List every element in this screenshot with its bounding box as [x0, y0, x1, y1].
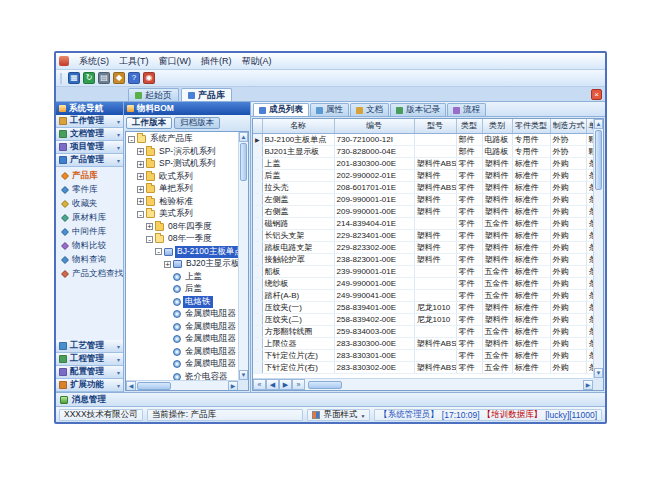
nav-item[interactable]: 中间件库: [56, 225, 123, 239]
expand-toggle-icon[interactable]: +: [137, 186, 144, 193]
column-header[interactable]: 零件类型: [512, 119, 550, 133]
tree-horizontal-scrollbar[interactable]: [126, 380, 238, 390]
tree-node[interactable]: -08年一季度: [126, 233, 238, 246]
tree-node[interactable]: +BJ20主显示板: [126, 258, 238, 271]
prev-record-button[interactable]: [266, 379, 279, 390]
table-row[interactable]: BJ201主显示板730-828000-04E部件电路板专用件外协颗: [253, 145, 593, 157]
refresh-icon[interactable]: ↻: [83, 72, 95, 84]
nav-group-button[interactable]: 文档管理▾: [56, 128, 123, 141]
table-row[interactable]: ▶BJ-2100主板单点730-721000-12I部件电路板专用件外协颗: [253, 133, 593, 145]
tree-node[interactable]: -美式系列: [126, 208, 238, 221]
settings-icon[interactable]: ◆: [113, 72, 125, 84]
bom-version-tab[interactable]: 归档版本: [174, 117, 220, 129]
tree-node-label[interactable]: 08年四季度: [166, 221, 213, 233]
column-header[interactable]: 型号: [414, 119, 456, 133]
column-header[interactable]: 类型: [456, 119, 482, 133]
column-header[interactable]: 名称: [262, 119, 334, 133]
nav-group-button[interactable]: 产品管理▾: [56, 154, 123, 167]
column-header[interactable]: 单位: [586, 119, 593, 133]
expand-toggle-icon[interactable]: +: [137, 161, 144, 168]
collapse-toggle-icon[interactable]: -: [137, 211, 144, 218]
style-selector[interactable]: 界面样式: [307, 409, 370, 421]
tree-node[interactable]: +08年四季度: [126, 221, 238, 234]
expand-toggle-icon[interactable]: +: [137, 148, 144, 155]
tree-node-label[interactable]: BJ20主显示板: [184, 258, 238, 270]
table-row[interactable]: 压纹夹(二)258-839402-00E尼龙1010零件塑料件标准件外购条: [253, 313, 593, 325]
nav-group-button[interactable]: 工艺管理▾: [56, 340, 123, 353]
tree-node[interactable]: 电烙铁: [126, 296, 238, 309]
scroll-down-button[interactable]: [239, 370, 248, 380]
close-tab-button[interactable]: ×: [591, 89, 602, 100]
tree-node[interactable]: +欧式系列: [126, 171, 238, 184]
table-row[interactable]: 接触轮护罩238-823001-00E塑料件零件塑料件标准件外购条: [253, 253, 593, 265]
help-icon[interactable]: ?: [128, 72, 140, 84]
tree-node-label[interactable]: 欧式系列: [157, 171, 195, 183]
scroll-track[interactable]: [239, 182, 248, 370]
members-tab[interactable]: 版本记录: [390, 103, 446, 116]
nav-group-button[interactable]: 工作管理▾: [56, 115, 123, 128]
members-tab[interactable]: 成员列表: [253, 103, 309, 116]
nav-item[interactable]: 原材料库: [56, 211, 123, 225]
tree-node[interactable]: 金属膜电阻器: [126, 346, 238, 359]
tree-node[interactable]: 金属膜电阻器: [126, 358, 238, 371]
tree-node-label[interactable]: SP-测试机系列: [157, 158, 218, 170]
table-row[interactable]: 上盖201-830300-00E塑料件ABS零件塑料件标准件外购条: [253, 157, 593, 169]
tree-node-label[interactable]: 08年一季度: [166, 233, 213, 245]
tree-node-label[interactable]: 金属膜电阻器: [183, 333, 238, 345]
tree-node-label[interactable]: 美式系列: [157, 208, 195, 220]
tree-node[interactable]: 金属膜电阻器: [126, 333, 238, 346]
table-row[interactable]: 后盖202-990002-01E塑料件零件塑料件标准件外购条: [253, 169, 593, 181]
column-header-indicator[interactable]: [253, 119, 262, 133]
column-header[interactable]: 编号: [334, 119, 414, 133]
scroll-right-button[interactable]: [228, 381, 238, 391]
tree-node[interactable]: +检验标准: [126, 196, 238, 209]
last-record-button[interactable]: [292, 379, 305, 390]
scroll-thumb[interactable]: [595, 130, 602, 190]
table-row[interactable]: 踏杆(A-B)249-990041-00E零件五金件标准件外购条: [253, 289, 593, 301]
nav-group-button[interactable]: 配置管理▾: [56, 366, 123, 379]
tree-node[interactable]: -系统产品库: [126, 133, 238, 146]
table-vertical-scrollbar[interactable]: [593, 119, 603, 378]
bom-version-tab[interactable]: 工作版本: [126, 117, 172, 129]
tree-node-label[interactable]: 电烙铁: [183, 296, 213, 308]
tree-node-label[interactable]: 瓷介电容器: [183, 371, 230, 380]
tree-node[interactable]: 金属膜电阻器: [126, 321, 238, 334]
collapse-toggle-icon[interactable]: -: [146, 236, 153, 243]
members-tab[interactable]: 流程: [447, 103, 486, 116]
tree-node-label[interactable]: 金属膜电阻器: [183, 308, 238, 320]
nav-group-button[interactable]: 工程管理▾: [56, 353, 123, 366]
tree-node[interactable]: +SP-演示机系列: [126, 146, 238, 159]
first-record-button[interactable]: [253, 379, 266, 390]
table-row[interactable]: 下针定位片(右)283-830302-00E塑料件ABS零件五金件标准件外购条: [253, 361, 593, 373]
tree-node[interactable]: 后盖: [126, 283, 238, 296]
toolbar-grip[interactable]: [60, 73, 63, 84]
nav-item[interactable]: 物料比较: [56, 239, 123, 253]
tree-node[interactable]: +SP-测试机系列: [126, 158, 238, 171]
menu-item[interactable]: 帮助(A): [237, 54, 277, 69]
table-row[interactable]: 下针定位片(左)283-830301-00E零件五金件标准件外购条: [253, 349, 593, 361]
document-tab[interactable]: 产品库: [181, 88, 232, 101]
expand-toggle-icon[interactable]: +: [137, 173, 144, 180]
tree-node-label[interactable]: BJ-2100主板单点: [175, 246, 238, 258]
scroll-track[interactable]: [594, 191, 603, 368]
tree-node-label[interactable]: 单把系列: [157, 183, 195, 195]
table-row[interactable]: 上限位器283-830300-00E塑料件ABS零件塑料件标准件外购条: [253, 337, 593, 349]
scroll-thumb[interactable]: [240, 143, 247, 181]
tree-node-label[interactable]: 金属膜电阻器: [183, 321, 238, 333]
expand-toggle-icon[interactable]: +: [164, 261, 171, 268]
tree-node[interactable]: 金属膜电阻器: [126, 308, 238, 321]
message-bar[interactable]: 消息管理: [56, 392, 605, 406]
tree-node[interactable]: +单把系列: [126, 183, 238, 196]
column-header[interactable]: 类别: [482, 119, 512, 133]
nav-item[interactable]: 收藏夹: [56, 197, 123, 211]
print-icon[interactable]: ▤: [98, 72, 110, 84]
menu-item[interactable]: 插件(R): [196, 54, 237, 69]
tree-node-label[interactable]: 系统产品库: [148, 133, 195, 145]
scroll-down-button[interactable]: [594, 368, 603, 378]
members-tab[interactable]: 属性: [310, 103, 349, 116]
scroll-up-button[interactable]: [594, 119, 603, 129]
document-tab[interactable]: 起始页: [128, 88, 179, 101]
scroll-thumb[interactable]: [137, 382, 171, 390]
tree-node[interactable]: 瓷介电容器: [126, 371, 238, 381]
scroll-right-button[interactable]: [583, 380, 593, 390]
